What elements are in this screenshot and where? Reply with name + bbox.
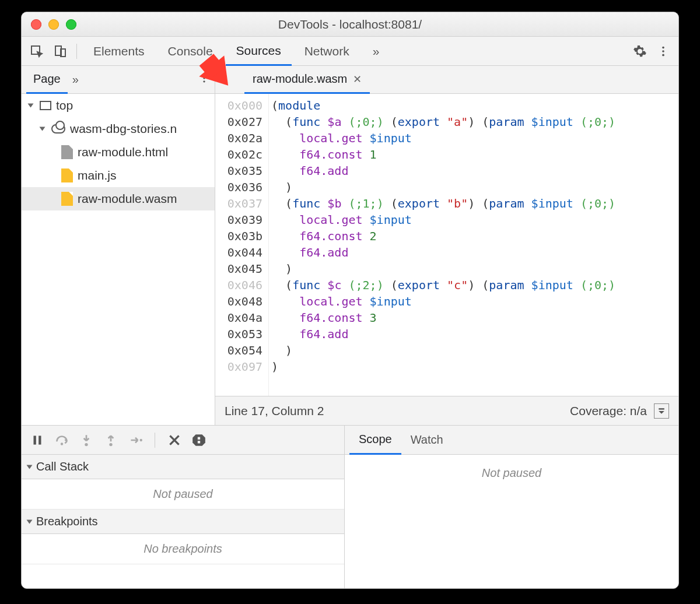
statusbar-toggle-icon[interactable] <box>654 403 669 419</box>
editor-statusbar: Line 17, Column 2 Coverage: n/a <box>215 396 678 425</box>
frame-icon <box>40 101 51 110</box>
navigator-overflow[interactable]: » <box>68 73 83 86</box>
tree-file-js[interactable]: main.js <box>22 164 215 187</box>
code-line[interactable]: f64.add <box>271 163 676 179</box>
code-line[interactable]: f64.add <box>271 326 676 342</box>
svg-rect-17 <box>198 441 200 443</box>
debugger-right: Scope Watch Not paused <box>345 426 678 588</box>
empty-text: No breakpoints <box>144 542 222 556</box>
gutter-address[interactable]: 0x02a <box>218 130 262 146</box>
gutter-address[interactable]: 0x045 <box>218 261 262 277</box>
debugger-toolbar <box>22 426 344 455</box>
editor-tabs: raw-module.wasm ✕ <box>215 66 678 93</box>
minimize-window-button[interactable] <box>48 19 59 30</box>
panel-title: Breakpoints <box>36 515 98 528</box>
gutter-address[interactable]: 0x046 <box>218 277 262 293</box>
tab-scope[interactable]: Scope <box>349 426 401 455</box>
gutter-address[interactable]: 0x03b <box>218 228 262 244</box>
svg-point-13 <box>85 443 88 445</box>
code-lines[interactable]: (module (func $a (;0;) (export "a") (par… <box>269 94 678 396</box>
file-icon <box>61 168 73 182</box>
device-toggle-icon[interactable] <box>50 41 71 62</box>
tree-node-origin[interactable]: wasm-dbg-stories.n <box>22 117 215 141</box>
code-line[interactable]: f64.const 3 <box>271 310 676 326</box>
breakpoints-header[interactable]: Breakpoints <box>22 510 344 534</box>
gutter-address[interactable]: 0x000 <box>218 97 262 114</box>
editor: 0x0000x0270x02a0x02c0x0350x0360x0370x039… <box>215 94 678 425</box>
pause-on-exceptions-icon[interactable] <box>191 433 206 448</box>
gutter-address[interactable]: 0x037 <box>218 195 262 212</box>
code-line[interactable]: local.get $input <box>271 130 676 146</box>
tab-watch[interactable]: Watch <box>401 426 453 455</box>
gutter-address[interactable]: 0x04a <box>218 310 262 326</box>
close-tab-icon[interactable]: ✕ <box>353 73 362 86</box>
step-icon[interactable] <box>128 433 143 448</box>
tab-sources[interactable]: Sources <box>226 37 292 66</box>
gear-icon[interactable] <box>629 41 650 62</box>
main-toolbar: Elements Console Sources Network » <box>22 37 678 66</box>
gutter-address[interactable]: 0x027 <box>218 114 262 130</box>
tab-network[interactable]: Network <box>294 37 360 66</box>
gutter[interactable]: 0x0000x0270x02a0x02c0x0350x0360x0370x039… <box>215 94 269 396</box>
gutter-address[interactable]: 0x036 <box>218 179 262 195</box>
call-stack-header[interactable]: Call Stack <box>22 455 344 479</box>
page-tab[interactable]: Page <box>26 66 68 94</box>
svg-point-3 <box>662 46 664 48</box>
tree-label: top <box>56 99 73 113</box>
code-line[interactable]: (func $c (;2;) (export "c") (param $inpu… <box>271 277 676 293</box>
breakpoints-body: No breakpoints <box>22 534 344 564</box>
gutter-address[interactable]: 0x02c <box>218 146 262 163</box>
inspect-element-icon[interactable] <box>26 41 47 62</box>
step-over-icon[interactable] <box>54 433 69 448</box>
gutter-address[interactable]: 0x097 <box>218 359 262 375</box>
gutter-address[interactable]: 0x039 <box>218 212 262 228</box>
gutter-address[interactable]: 0x035 <box>218 163 262 179</box>
code-line[interactable]: local.get $input <box>271 293 676 310</box>
code-line[interactable]: ) <box>271 179 676 195</box>
separator <box>155 433 155 448</box>
code-line[interactable]: local.get $input <box>271 212 676 228</box>
deactivate-breakpoints-icon[interactable] <box>167 433 182 448</box>
file-tab-raw-module-wasm[interactable]: raw-module.wasm ✕ <box>244 66 370 94</box>
code-line[interactable]: f64.const 1 <box>271 146 676 163</box>
scope-tabs: Scope Watch <box>345 426 678 455</box>
tab-elements[interactable]: Elements <box>83 37 155 66</box>
code-line[interactable]: (module <box>271 97 676 114</box>
zoom-window-button[interactable] <box>66 19 76 30</box>
step-into-icon[interactable] <box>79 433 94 448</box>
code-line[interactable]: ) <box>271 261 676 277</box>
gutter-address[interactable]: 0x054 <box>218 342 262 359</box>
debugger-pane: Call Stack Not paused Breakpoints No bre… <box>22 425 678 588</box>
code-view[interactable]: 0x0000x0270x02a0x02c0x0350x0360x0370x039… <box>215 94 678 396</box>
kebab-menu-icon[interactable] <box>653 41 674 62</box>
empty-text: Not paused <box>153 487 212 501</box>
gutter-address[interactable]: 0x044 <box>218 244 262 261</box>
svg-point-4 <box>662 50 664 52</box>
code-line[interactable]: ) <box>271 359 676 375</box>
tree-file-html[interactable]: raw-module.html <box>22 141 215 164</box>
code-line[interactable]: f64.add <box>271 244 676 261</box>
gutter-address[interactable]: 0x048 <box>218 293 262 310</box>
gutter-address[interactable]: 0x053 <box>218 326 262 342</box>
close-window-button[interactable] <box>31 19 41 30</box>
code-line[interactable]: ) <box>271 342 676 359</box>
traffic-lights <box>22 19 76 30</box>
tree-node-top[interactable]: top <box>22 94 215 117</box>
code-line[interactable]: (func $b (;1;) (export "b") (param $inpu… <box>271 195 676 212</box>
file-tab-label: raw-module.wasm <box>253 72 347 86</box>
code-line[interactable]: f64.const 2 <box>271 228 676 244</box>
tree-file-wasm[interactable]: raw-module.wasm <box>22 187 215 210</box>
tree-label: raw-module.html <box>78 145 168 159</box>
code-line[interactable]: (func $a (;0;) (export "a") (param $inpu… <box>271 114 676 130</box>
tree-label: raw-module.wasm <box>78 192 177 206</box>
sources-body: top wasm-dbg-stories.n raw-module.html m… <box>22 94 678 425</box>
pause-icon[interactable] <box>30 433 45 448</box>
titlebar: DevTools - localhost:8081/ <box>22 12 678 37</box>
window-title: DevTools - localhost:8081/ <box>22 17 678 31</box>
svg-rect-11 <box>38 436 41 444</box>
step-out-icon[interactable] <box>103 433 118 448</box>
tabs-overflow[interactable]: » <box>362 37 390 66</box>
scope-body: Not paused <box>345 455 678 588</box>
file-icon <box>61 145 73 159</box>
file-icon <box>61 192 73 206</box>
